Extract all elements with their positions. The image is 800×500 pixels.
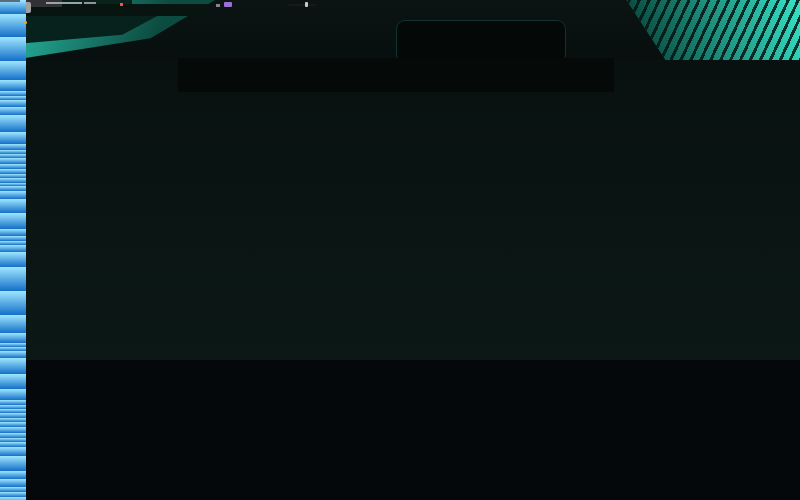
waveform-bar	[0, 456, 26, 471]
master-volume-track[interactable]	[288, 4, 316, 6]
waveform-bar	[0, 107, 26, 115]
sampler-main-panel	[0, 0, 26, 500]
plugin-title-text	[46, 2, 82, 4]
waveform-bar	[0, 389, 26, 399]
parameter-knob[interactable]	[4, 9, 11, 16]
waveform-display[interactable]	[0, 0, 26, 500]
parameter-knob[interactable]	[4, 21, 11, 28]
waveform-bar	[0, 291, 26, 315]
waveform-bar	[0, 229, 26, 236]
record-button[interactable]	[120, 3, 123, 6]
metronome-icon[interactable]	[216, 4, 220, 7]
footer-text	[0, 0, 20, 2]
back-wall	[0, 60, 800, 360]
waveform-bar	[0, 447, 26, 456]
waveform-bar	[0, 115, 26, 132]
console-lower-controls	[36, 74, 156, 94]
waveform-bar	[0, 315, 26, 333]
waveform-bar	[0, 213, 26, 229]
waveform-bar	[0, 191, 26, 199]
waveform-bar	[0, 252, 26, 267]
plugin-footer	[0, 0, 20, 2]
waveform-bar	[0, 479, 26, 486]
waveform-bar	[0, 245, 26, 252]
wall-beam	[178, 58, 614, 92]
waveform-bar	[0, 471, 26, 479]
waveform-bar	[0, 80, 26, 91]
waveform-bar	[0, 333, 26, 343]
waveform-bar	[0, 61, 26, 80]
parameter-knob[interactable]	[40, 9, 47, 16]
waveform-bar	[0, 358, 26, 374]
parameter-knob[interactable]	[28, 9, 35, 16]
parameter-knob[interactable]	[16, 21, 23, 28]
waveform-bar	[0, 267, 26, 290]
parameter-knob[interactable]	[16, 9, 23, 16]
knobs-right	[4, 9, 48, 28]
cycle-button[interactable]	[224, 2, 232, 7]
waveform-bar	[0, 374, 26, 389]
column-date-label	[84, 2, 96, 4]
transport-controls[interactable]	[110, 3, 123, 6]
waveform-bar	[0, 199, 26, 212]
waveform-bar	[0, 100, 26, 107]
waveform-bar	[0, 351, 26, 358]
waveform-bar	[0, 132, 26, 144]
master-volume-thumb[interactable]	[305, 2, 308, 7]
screenshot-stage	[0, 0, 800, 500]
waveform-bar	[0, 37, 26, 61]
